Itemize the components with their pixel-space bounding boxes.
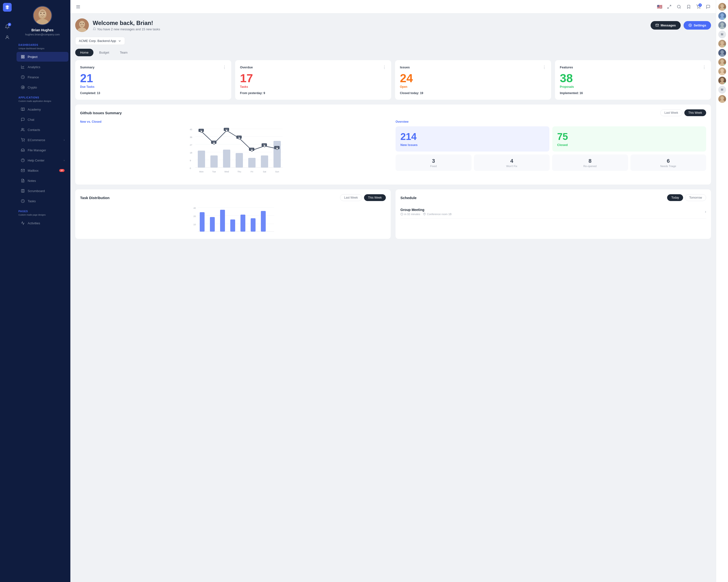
overdue-card: Overdue ⋮ 17 Tasks From yesterday: 9 bbox=[235, 60, 391, 100]
issues-card-title: Issues bbox=[400, 65, 410, 69]
sidebar-item-crypto[interactable]: Crypto bbox=[17, 82, 69, 92]
flag-icon[interactable]: 🇺🇸 bbox=[657, 4, 662, 10]
pages-section-sub: Custom made page designs bbox=[15, 214, 70, 218]
task-last-week-btn[interactable]: Last Week bbox=[340, 194, 362, 201]
sidebar-item-helpcenter[interactable]: Help Center › bbox=[17, 156, 69, 165]
svg-text:36: 36 bbox=[190, 136, 192, 138]
applications-section-sub: Custom made application designs bbox=[15, 100, 70, 104]
finance-icon bbox=[20, 75, 25, 80]
sidebar-item-mailbox[interactable]: Mailbox 27 bbox=[17, 166, 69, 175]
task-this-week-btn[interactable]: This Week bbox=[364, 194, 386, 201]
sidebar-item-ecommerce[interactable]: ECommerce › bbox=[17, 135, 69, 145]
sidebar-item-activities[interactable]: Activities bbox=[17, 218, 69, 228]
right-avatar-5[interactable] bbox=[718, 40, 726, 48]
sidebar-item-helpcenter-label: Help Center bbox=[28, 159, 61, 162]
right-avatar-4[interactable]: M bbox=[718, 31, 726, 38]
sidebar-item-project[interactable]: Project bbox=[17, 52, 69, 62]
chart-area: New vs. Closed 45 36 27 18 9 0 bbox=[80, 120, 391, 180]
schedule-today-btn[interactable]: Today bbox=[667, 194, 683, 201]
issues-label: Open bbox=[400, 85, 546, 88]
features-card-menu[interactable]: ⋮ bbox=[702, 65, 706, 70]
schedule-toggle-buttons: Today Tomorrow bbox=[667, 194, 706, 201]
features-card: Features ⋮ 38 Proposals Implemented: 16 bbox=[555, 60, 711, 100]
sidebar-item-scrumboard[interactable]: Scrumboard bbox=[17, 186, 69, 196]
svg-text:Thu: Thu bbox=[237, 170, 241, 173]
svg-text:10: 10 bbox=[193, 223, 196, 226]
tab-team[interactable]: Team bbox=[115, 49, 132, 56]
svg-point-0 bbox=[6, 36, 8, 37]
activities-icon bbox=[20, 221, 25, 225]
right-avatar-11[interactable] bbox=[718, 95, 726, 103]
github-this-week-btn[interactable]: This Week bbox=[684, 109, 706, 116]
summary-card-menu[interactable]: ⋮ bbox=[223, 65, 227, 70]
sidebar-item-project-label: Project bbox=[28, 55, 64, 59]
tab-home[interactable]: Home bbox=[75, 49, 94, 56]
svg-text:Sat: Sat bbox=[263, 170, 266, 173]
app-selector[interactable]: ACME Corp. Backend App bbox=[75, 37, 125, 45]
wontfix-number: 4 bbox=[477, 158, 546, 164]
schedule-chevron-icon[interactable]: › bbox=[705, 210, 706, 214]
logo-icon[interactable] bbox=[3, 3, 11, 11]
user-menu-button[interactable] bbox=[3, 33, 11, 42]
settings-button[interactable]: Settings bbox=[683, 21, 711, 30]
svg-text:20: 20 bbox=[193, 215, 196, 218]
notification-button[interactable]: 3 bbox=[3, 22, 11, 31]
svg-point-4 bbox=[39, 9, 46, 17]
summary-card-title: Summary bbox=[80, 65, 95, 69]
schedule-tomorrow-btn[interactable]: Tomorrow bbox=[685, 194, 706, 201]
contacts-icon bbox=[20, 127, 25, 132]
right-avatar-7[interactable] bbox=[718, 58, 726, 66]
closed-issues-card: 75 Closed bbox=[552, 126, 706, 151]
github-last-week-btn[interactable]: Last Week bbox=[660, 109, 682, 116]
fullscreen-button[interactable] bbox=[666, 4, 672, 10]
search-button[interactable] bbox=[676, 4, 682, 10]
sidebar-item-tasks[interactable]: Tasks bbox=[17, 196, 69, 206]
svg-point-32 bbox=[700, 8, 700, 9]
messages-button[interactable]: Messages bbox=[651, 21, 681, 30]
cart-badge: 5 bbox=[698, 3, 702, 7]
sidebar-item-crypto-label: Crypto bbox=[28, 86, 64, 89]
schedule-meeting-title: Group Meeting bbox=[400, 208, 451, 212]
sidebar-item-academy-label: Academy bbox=[28, 108, 64, 111]
github-toggle-buttons: Last Week This Week bbox=[660, 109, 706, 116]
right-avatar-10[interactable]: M bbox=[718, 86, 726, 93]
right-avatar-1[interactable] bbox=[718, 3, 726, 11]
sidebar-item-notes-label: Notes bbox=[28, 179, 64, 183]
svg-point-74 bbox=[226, 130, 228, 132]
bookmark-button[interactable] bbox=[686, 4, 692, 10]
welcome-avatar bbox=[75, 19, 89, 32]
right-avatar-2[interactable] bbox=[718, 12, 726, 20]
sidebar-item-analytics[interactable]: Analytics bbox=[17, 62, 69, 72]
sidebar-profile: Brian Hughes hughes.brian@company.com bbox=[15, 0, 70, 40]
tab-budget[interactable]: Budget bbox=[95, 49, 114, 56]
issues-card-menu[interactable]: ⋮ bbox=[542, 65, 546, 70]
closed-number: 75 bbox=[557, 131, 701, 142]
svg-rect-54 bbox=[236, 153, 243, 168]
bottom-row: Task Distribution Last Week This Week 40… bbox=[75, 189, 711, 239]
sidebar-item-notes[interactable]: Notes bbox=[17, 176, 69, 186]
svg-point-112 bbox=[721, 59, 724, 63]
overdue-card-menu[interactable]: ⋮ bbox=[383, 65, 386, 70]
schedule-time: in 32 minutes bbox=[400, 213, 420, 216]
cart-button[interactable]: 5 bbox=[696, 4, 701, 10]
right-avatar-9[interactable] bbox=[718, 77, 726, 84]
messages-button[interactable] bbox=[705, 4, 711, 10]
menu-button[interactable] bbox=[75, 4, 81, 10]
svg-text:Fri: Fri bbox=[251, 170, 253, 173]
fixed-card: 3 Fixed bbox=[395, 155, 471, 171]
sidebar-item-contacts[interactable]: Contacts bbox=[17, 125, 69, 135]
svg-point-77 bbox=[263, 145, 265, 147]
svg-rect-93 bbox=[200, 212, 205, 231]
sidebar-item-filemanager[interactable]: File Manager bbox=[17, 145, 69, 155]
right-avatar-6[interactable] bbox=[718, 49, 726, 57]
right-avatar-3[interactable] bbox=[718, 21, 726, 29]
sidebar-item-chat[interactable]: Chat bbox=[17, 115, 69, 124]
svg-rect-51 bbox=[198, 150, 205, 168]
right-avatar-8[interactable] bbox=[718, 67, 726, 75]
sidebar-item-academy[interactable]: Academy bbox=[17, 105, 69, 114]
overdue-card-title: Overdue bbox=[240, 65, 253, 69]
svg-line-27 bbox=[670, 5, 671, 6]
header-right: 🇺🇸 5 bbox=[657, 4, 711, 10]
sidebar-item-finance[interactable]: Finance bbox=[17, 72, 69, 82]
reopened-label: Re-opened bbox=[555, 165, 625, 168]
